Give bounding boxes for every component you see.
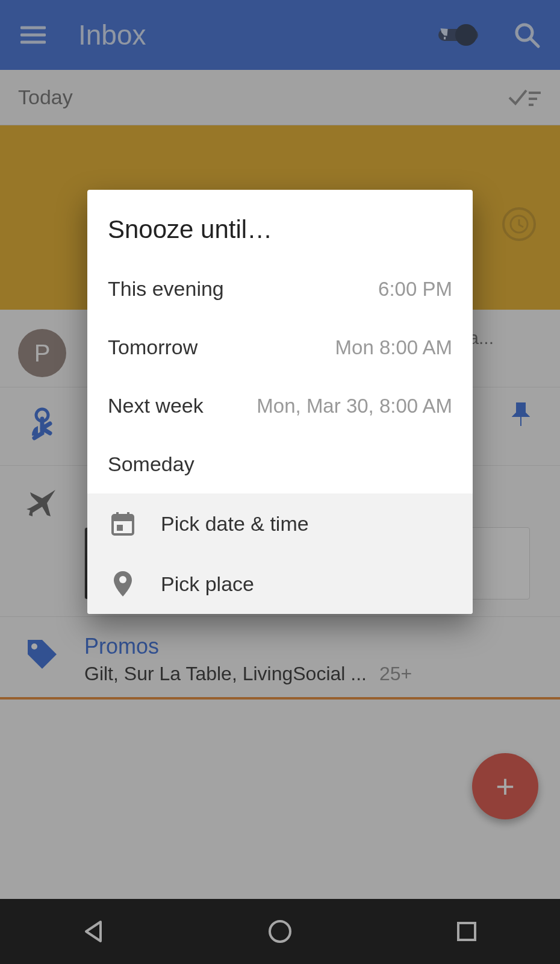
option-value: Mon, Mar 30, 8:00 AM <box>257 395 452 418</box>
location-icon <box>108 570 138 598</box>
snooze-option-someday[interactable]: Someday <box>87 435 473 493</box>
pick-place-button[interactable]: Pick place <box>87 554 473 614</box>
dialog-title: Snooze until… <box>87 190 473 260</box>
svg-rect-17 <box>117 525 123 531</box>
svg-rect-16 <box>113 515 133 521</box>
snooze-dialog: Snooze until… This evening 6:00 PM Tomor… <box>87 190 473 614</box>
pick-place-label: Pick place <box>161 572 254 596</box>
option-value: Mon 8:00 AM <box>335 336 452 359</box>
option-label: Tomorrow <box>108 336 335 359</box>
option-label: Next week <box>108 394 257 418</box>
pick-date-time-button[interactable]: Pick date & time <box>87 493 473 554</box>
option-label: This evening <box>108 277 378 301</box>
snooze-option-tomorrow[interactable]: Tomorrow Mon 8:00 AM <box>87 318 473 377</box>
option-value: 6:00 PM <box>378 278 452 301</box>
calendar-icon <box>108 510 138 537</box>
svg-point-20 <box>119 576 126 583</box>
snooze-option-next-week[interactable]: Next week Mon, Mar 30, 8:00 AM <box>87 377 473 435</box>
snooze-option-this-evening[interactable]: This evening 6:00 PM <box>87 260 473 318</box>
option-label: Someday <box>108 452 452 476</box>
pick-date-label: Pick date & time <box>161 512 309 536</box>
